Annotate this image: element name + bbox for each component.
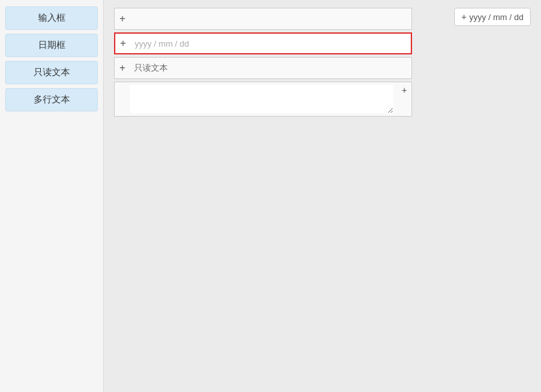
row1-plus-icon[interactable]: + (115, 8, 130, 29)
sidebar-item-input-box[interactable]: 输入框 (5, 6, 98, 30)
sidebar-item-label: 只读文本 (34, 67, 70, 77)
textarea-left-panel (115, 82, 130, 85)
sidebar: 输入框 日期框 只读文本 多行文本 (0, 0, 104, 392)
textarea-row: + (114, 82, 412, 117)
form-area: + + + + (114, 8, 412, 119)
sidebar-item-label: 输入框 (38, 12, 65, 23)
readonly-input (130, 61, 411, 76)
row3-plus-icon[interactable]: + (115, 58, 130, 78)
main-content: + yyyy / mm / dd + + + + (104, 0, 541, 392)
readonly-row: + (114, 57, 412, 79)
floating-plus-icon: + (461, 12, 466, 22)
row2-plus-icon[interactable]: + (115, 34, 131, 53)
sidebar-item-label: 日期框 (38, 40, 65, 50)
floating-date-button[interactable]: + yyyy / mm / dd (454, 8, 531, 26)
sidebar-item-multiline-text[interactable]: 多行文本 (5, 88, 98, 111)
sidebar-item-readonly-text[interactable]: 只读文本 (5, 61, 98, 84)
sidebar-item-date-box[interactable]: 日期框 (5, 34, 98, 57)
textarea-plus-area: + (396, 82, 411, 97)
row1-input[interactable] (130, 12, 411, 27)
sidebar-item-label: 多行文本 (34, 94, 70, 104)
date-row: + (114, 32, 412, 54)
row4-plus-icon[interactable]: + (400, 85, 407, 97)
multiline-textarea[interactable] (130, 85, 393, 113)
input-row: + (114, 8, 412, 30)
date-input[interactable] (131, 36, 411, 51)
floating-date-label: yyyy / mm / dd (469, 12, 524, 22)
